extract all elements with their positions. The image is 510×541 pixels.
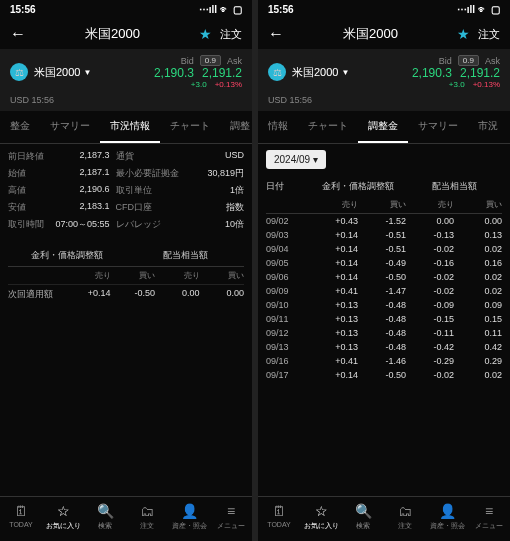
order-button[interactable]: 注文 (478, 27, 500, 42)
nav-資産・照会[interactable]: 👤資産・照会 (426, 503, 468, 531)
bid-price[interactable]: 2,190.3 (154, 66, 194, 80)
nav-TODAY[interactable]: 🗓TODAY (258, 503, 300, 531)
tab-4[interactable]: 調整 (220, 111, 252, 143)
instrument-icon: ⚖ (10, 63, 28, 81)
next-value: 0.00 (200, 288, 245, 301)
info-value: 2,190.6 (50, 184, 110, 197)
instrument-name[interactable]: 米国2000 (34, 65, 80, 80)
info-value: 30,819円 (185, 167, 245, 180)
next-value: 0.00 (155, 288, 200, 301)
tab-3[interactable]: サマリー (408, 111, 468, 143)
page-title: 米国2000 (34, 25, 191, 43)
table-row: 09/16+0.41-1.46-0.290.29 (266, 354, 502, 368)
bid-label: Bid (439, 56, 452, 66)
table-row: 09/12+0.13-0.48-0.110.11 (266, 326, 502, 340)
table-row: 09/10+0.13-0.48-0.090.09 (266, 298, 502, 312)
nav-検索[interactable]: 🔍検索 (342, 503, 384, 531)
change-pct: +0.13% (473, 80, 500, 89)
ask-price[interactable]: 2,191.2 (202, 66, 242, 80)
section-dividend: 配当相当額 (126, 249, 244, 262)
table-row: 09/02+0.43-1.520.000.00 (266, 214, 502, 228)
ask-label: Ask (227, 56, 242, 66)
info-label: 最小必要証拠金 (116, 167, 179, 180)
tab-3[interactable]: チャート (160, 111, 220, 143)
ticker-subinfo: USD 15:56 (258, 95, 510, 111)
status-time: 15:56 (10, 4, 36, 15)
table-row: 09/13+0.13-0.48-0.420.42 (266, 340, 502, 354)
info-value: 指数 (185, 201, 245, 214)
favorite-icon[interactable]: ★ (199, 26, 212, 42)
table-row: 09/05+0.14-0.49-0.160.16 (266, 256, 502, 270)
next-label: 次回適用額 (8, 288, 66, 301)
nav-資産・照会[interactable]: 👤資産・照会 (168, 503, 210, 531)
ticker-panel: ⚖ 米国2000 ▼ Bid 0.9 Ask 2,190.3 2,191.2 +… (258, 49, 510, 95)
tab-2[interactable]: 調整金 (358, 111, 408, 143)
status-icons: ⋯ıllᯤ▢ (199, 4, 242, 15)
spread-value: 0.9 (200, 55, 221, 66)
section-interest: 金利・価格調整額 (8, 249, 126, 262)
back-icon[interactable]: ← (10, 25, 26, 43)
tab-1[interactable]: サマリー (40, 111, 100, 143)
info-value: 2,187.1 (50, 167, 110, 180)
spread-value: 0.9 (458, 55, 479, 66)
info-label: 安値 (8, 201, 44, 214)
col-date: 日付 (266, 180, 310, 193)
nav-TODAY[interactable]: 🗓TODAY (0, 503, 42, 531)
info-label: レバレッジ (116, 218, 179, 231)
status-time: 15:56 (268, 4, 294, 15)
instrument-name[interactable]: 米国2000 (292, 65, 338, 80)
info-label: 取引単位 (116, 184, 179, 197)
table-row: 09/06+0.14-0.50-0.020.02 (266, 270, 502, 284)
info-value: 07:00～05:55 (50, 218, 110, 231)
table-row: 09/17+0.14-0.50-0.020.02 (266, 368, 502, 382)
tab-4[interactable]: 市況 (468, 111, 508, 143)
status-icons: ⋯ıllᯤ▢ (457, 4, 500, 15)
change-abs: +3.0 (449, 80, 465, 89)
nav-メニュー[interactable]: ≡メニュー (210, 503, 252, 531)
ask-price[interactable]: 2,191.2 (460, 66, 500, 80)
info-value: 2,187.3 (50, 150, 110, 163)
info-label: CFD口座 (116, 201, 179, 214)
nav-検索[interactable]: 🔍検索 (84, 503, 126, 531)
next-value: +0.14 (66, 288, 111, 301)
info-label: 通貨 (116, 150, 179, 163)
next-value: -0.50 (111, 288, 156, 301)
tab-0[interactable]: 整金 (0, 111, 40, 143)
instrument-icon: ⚖ (268, 63, 286, 81)
change-pct: +0.13% (215, 80, 242, 89)
nav-メニュー[interactable]: ≡メニュー (468, 503, 510, 531)
section-interest: 金利・価格調整額 (310, 180, 406, 193)
change-abs: +3.0 (191, 80, 207, 89)
info-value: USD (185, 150, 245, 163)
tab-1[interactable]: チャート (298, 111, 358, 143)
bid-price[interactable]: 2,190.3 (412, 66, 452, 80)
section-dividend: 配当相当額 (406, 180, 502, 193)
ticker-subinfo: USD 15:56 (0, 95, 252, 111)
page-title: 米国2000 (292, 25, 449, 43)
info-value: 2,183.1 (50, 201, 110, 214)
bid-label: Bid (181, 56, 194, 66)
nav-お気に入り[interactable]: ☆お気に入り (300, 503, 342, 531)
nav-お気に入り[interactable]: ☆お気に入り (42, 503, 84, 531)
info-label: 前日終値 (8, 150, 44, 163)
dropdown-icon[interactable]: ▼ (83, 68, 91, 77)
ask-label: Ask (485, 56, 500, 66)
tab-0[interactable]: 情報 (258, 111, 298, 143)
info-label: 取引時間 (8, 218, 44, 231)
ticker-panel: ⚖ 米国2000 ▼ Bid 0.9 Ask 2,190.3 2,191.2 +… (0, 49, 252, 95)
table-row: 09/03+0.14-0.51-0.130.13 (266, 228, 502, 242)
info-label: 始値 (8, 167, 44, 180)
back-icon[interactable]: ← (268, 25, 284, 43)
dropdown-icon[interactable]: ▼ (341, 68, 349, 77)
month-selector[interactable]: 2024/09 ▾ (266, 150, 326, 169)
table-row: 09/09+0.41-1.47-0.020.02 (266, 284, 502, 298)
tab-2[interactable]: 市況情報 (100, 111, 160, 143)
favorite-icon[interactable]: ★ (457, 26, 470, 42)
order-button[interactable]: 注文 (220, 27, 242, 42)
nav-注文[interactable]: 🗂注文 (126, 503, 168, 531)
info-label: 高値 (8, 184, 44, 197)
table-row: 09/11+0.13-0.48-0.150.15 (266, 312, 502, 326)
table-row: 09/04+0.14-0.51-0.020.02 (266, 242, 502, 256)
info-value: 10倍 (185, 218, 245, 231)
nav-注文[interactable]: 🗂注文 (384, 503, 426, 531)
